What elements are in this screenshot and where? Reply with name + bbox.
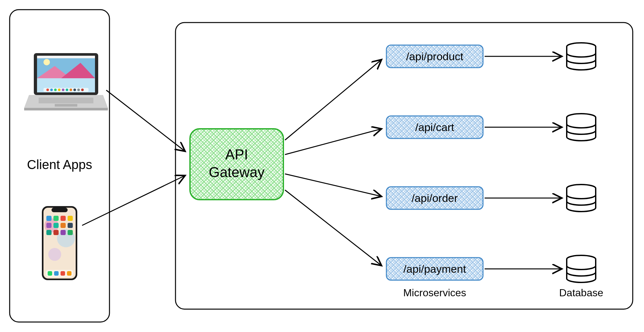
svg-rect-44 [68, 216, 73, 221]
arrow-gateway-product [285, 60, 382, 140]
svg-rect-48 [68, 223, 73, 228]
svg-rect-41 [46, 216, 52, 221]
service-product: /api/product [386, 45, 483, 68]
svg-point-29 [77, 89, 80, 91]
architecture-diagram: Client Apps [0, 0, 644, 332]
svg-rect-47 [61, 223, 66, 228]
service-order: /api/order [386, 187, 483, 209]
microservices-label: Microservices [403, 287, 466, 299]
database-icon [567, 43, 596, 70]
svg-rect-45 [46, 223, 52, 228]
api-gateway-label-2: Gateway [209, 164, 265, 180]
svg-rect-43 [61, 216, 66, 221]
svg-point-21 [46, 89, 49, 91]
svg-rect-46 [53, 223, 59, 228]
arrow-gateway-cart [285, 129, 382, 155]
svg-marker-32 [24, 108, 108, 110]
svg-rect-42 [53, 216, 59, 221]
svg-rect-33 [39, 98, 93, 103]
api-gateway-node: API Gateway [190, 129, 283, 200]
service-label: /api/cart [415, 121, 454, 133]
database-icon [567, 255, 596, 282]
svg-point-22 [50, 89, 53, 91]
svg-rect-49 [46, 230, 52, 235]
svg-rect-19 [37, 56, 95, 58]
svg-point-26 [66, 89, 68, 91]
arrow-gateway-order [285, 174, 382, 196]
service-cart: /api/cart [386, 116, 483, 138]
svg-rect-54 [48, 271, 52, 276]
phone-icon [42, 206, 77, 280]
svg-point-28 [73, 89, 76, 91]
svg-rect-56 [61, 271, 65, 276]
service-label: /api/payment [403, 263, 466, 275]
svg-rect-50 [53, 230, 59, 235]
service-label: /api/product [406, 50, 463, 62]
arrow-laptop-gateway [106, 90, 185, 151]
arrow-gateway-payment [285, 190, 382, 266]
svg-point-18 [43, 59, 50, 65]
database-label: Database [559, 287, 603, 299]
arrow-phone-gateway [82, 175, 185, 225]
svg-point-30 [81, 89, 84, 91]
client-apps-label: Client Apps [27, 157, 92, 172]
svg-rect-55 [54, 271, 59, 276]
svg-point-23 [54, 89, 57, 91]
svg-point-27 [70, 89, 72, 91]
database-icon [567, 114, 596, 141]
database-icon [567, 185, 596, 212]
svg-rect-57 [67, 271, 71, 276]
service-label: /api/order [412, 192, 458, 204]
svg-point-40 [48, 248, 61, 261]
api-gateway-label-1: API [225, 147, 248, 162]
laptop-icon [24, 53, 108, 110]
svg-point-24 [58, 89, 61, 91]
svg-point-25 [62, 89, 64, 91]
service-payment: /api/payment [386, 258, 483, 280]
svg-rect-52 [68, 230, 73, 235]
svg-rect-37 [52, 208, 68, 212]
svg-rect-51 [61, 230, 66, 235]
svg-rect-34 [55, 104, 77, 107]
